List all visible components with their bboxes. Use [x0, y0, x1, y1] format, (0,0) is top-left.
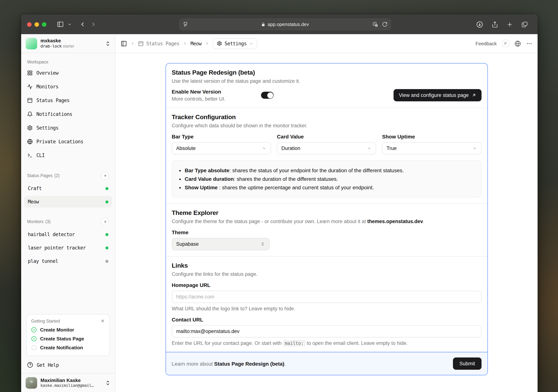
section-status-page-redesign: Status Page Redesign (beta) Use the late… — [166, 63, 487, 108]
submit-button[interactable]: Submit — [453, 357, 481, 370]
status-pages-section-label: Status Pages(2) — [27, 172, 109, 180]
breadcrumb-meow[interactable]: Meow — [191, 41, 201, 46]
view-configure-status-page-button[interactable]: View and configure status page — [394, 89, 481, 101]
enable-new-version-toggle[interactable] — [261, 92, 274, 99]
card-value-select[interactable]: Duration — [277, 142, 376, 154]
tab-group-chevron-icon[interactable] — [68, 22, 72, 26]
downloads-icon[interactable] — [476, 21, 483, 28]
workspace-switcher[interactable]: mxkaske drab-lock starter — [21, 34, 115, 53]
chevron-right-icon — [130, 41, 135, 46]
breadcrumb-settings-dropdown[interactable]: Settings — [213, 38, 257, 49]
globe-icon[interactable] — [514, 40, 521, 47]
gear-icon — [217, 41, 222, 46]
section-theme-explorer: Theme Explorer Configure the theme for t… — [166, 203, 487, 256]
themes-link[interactable]: themes.openstatus.dev — [367, 219, 423, 224]
user-menu[interactable]: Maximilian Kaske kaske.maximilian@gmail… — [21, 373, 115, 392]
page-settings-icon[interactable] — [183, 22, 188, 27]
homepage-url-input[interactable] — [172, 291, 481, 303]
address-bar[interactable]: app.openstatus.dev A文 — [179, 18, 391, 30]
contact-url-hint: Enter the URL for your contact page. Or … — [172, 340, 481, 346]
bar-type-select[interactable]: Absolute — [172, 142, 271, 154]
workspace-avatar — [26, 38, 37, 49]
workspace-section-label: Workspace — [27, 60, 109, 64]
status-page-item-craft[interactable]: Craft — [24, 183, 112, 194]
chevron-down-icon — [472, 146, 477, 151]
arrow-up-right-icon — [471, 93, 476, 98]
close-icon[interactable] — [100, 319, 105, 323]
user-name: Maximilian Kaske — [41, 377, 102, 383]
chevron-down-icon — [249, 41, 253, 45]
section-description: Configure the theme for the status page … — [172, 219, 481, 224]
theme-select[interactable]: Supabase — [172, 238, 269, 250]
contact-url-label: Contact URL — [172, 317, 481, 322]
getting-started-create-status-page[interactable]: Create Status Page — [31, 336, 105, 341]
chevron-right-icon — [205, 41, 209, 46]
sidebar-item-monitors[interactable]: Monitors — [24, 81, 112, 92]
browser-sidebar-toggle-icon[interactable] — [57, 21, 64, 28]
show-uptime-select[interactable]: True — [382, 142, 481, 154]
avatar — [26, 377, 37, 388]
share-icon[interactable] — [492, 21, 498, 28]
back-button-icon[interactable] — [79, 21, 86, 28]
breadcrumb-status-pages[interactable]: Status Pages — [138, 41, 179, 46]
settings-content: Status Page Redesign (beta) Use the late… — [115, 53, 538, 392]
status-dot-active — [105, 246, 108, 249]
get-help-link[interactable]: Get Help — [27, 362, 110, 368]
new-tab-icon[interactable] — [506, 21, 513, 28]
getting-started-create-monitor[interactable]: Create Monitor — [31, 327, 105, 333]
traffic-lights — [27, 22, 46, 26]
panel-top-icon — [138, 41, 144, 46]
workspace-name: mxkaske — [41, 38, 102, 44]
monitor-item-play-tunnel[interactable]: play tunnel — [24, 255, 112, 267]
theme-label: Theme — [172, 229, 481, 235]
status-dot-inactive — [105, 260, 108, 263]
getting-started-card: Getting Started Create Monitor Create St… — [26, 314, 110, 356]
section-title: Links — [172, 262, 481, 270]
monitor-item-hairball-detector[interactable]: hairball detector — [24, 229, 112, 240]
more-menu-icon[interactable] — [526, 40, 532, 47]
status-dot-operational — [105, 200, 108, 203]
globe-icon — [27, 139, 33, 144]
svg-text:A: A — [374, 22, 375, 25]
tab-overview-icon[interactable] — [521, 21, 528, 28]
monitors-section-label: Monitors(3) — [27, 218, 109, 226]
monitor-item-laser-pointer-tracker[interactable]: laser pointer tracker — [24, 242, 112, 253]
show-uptime-label: Show Uptime — [382, 134, 481, 139]
sidebar-item-cli[interactable]: CLI — [24, 150, 112, 161]
layout-grid-icon — [27, 70, 33, 76]
sidebar-item-private-locations[interactable]: Private Locations — [24, 136, 112, 147]
homepage-url-label: Homepage URL — [172, 282, 481, 288]
mailto-code-chip: mailto: — [283, 340, 305, 347]
reload-icon[interactable] — [382, 22, 387, 27]
browser-titlebar: app.openstatus.dev A文 — [21, 15, 538, 34]
section-title: Status Page Redesign (beta) — [172, 69, 481, 77]
status-dot-active — [105, 233, 108, 236]
enable-new-version-label: Enable New Version — [172, 89, 226, 95]
sidebar-item-overview[interactable]: Overview — [24, 67, 112, 78]
contact-url-input[interactable] — [172, 325, 481, 337]
add-status-page-button[interactable] — [101, 172, 109, 180]
add-monitor-button[interactable] — [101, 218, 109, 226]
note-item: Show Uptime : shares the uptime percenta… — [185, 184, 475, 191]
sidebar-item-status-pages[interactable]: Status Pages — [24, 95, 112, 106]
tracker-notes: Bar Type absolute: shares the status of … — [172, 160, 481, 198]
gear-icon — [27, 125, 33, 131]
zoom-window-button[interactable] — [42, 22, 46, 26]
translate-icon[interactable]: A文 — [372, 21, 378, 27]
feedback-button[interactable]: Feedback — [476, 41, 497, 46]
forward-button-icon[interactable] — [90, 21, 97, 28]
lock-icon — [261, 22, 265, 26]
sidebar-item-notifications[interactable]: Notifications — [24, 108, 112, 120]
getting-started-create-notification[interactable]: Create Notification — [31, 345, 105, 350]
chevrons-up-down-icon — [105, 380, 111, 385]
panel-left-toggle-icon[interactable] — [121, 40, 127, 47]
status-page-item-meow[interactable]: Meow — [24, 196, 112, 208]
section-description: Configure the links for the status page. — [172, 271, 481, 277]
circle-help-icon — [27, 362, 33, 368]
footer-text: Learn more about Status Page Redesign (b… — [172, 361, 286, 366]
minimize-window-button[interactable] — [35, 22, 39, 26]
terminal-icon — [27, 152, 33, 158]
sidebar-item-settings[interactable]: Settings — [24, 122, 112, 133]
close-window-button[interactable] — [27, 22, 32, 26]
circle-dashed-icon — [31, 345, 37, 350]
